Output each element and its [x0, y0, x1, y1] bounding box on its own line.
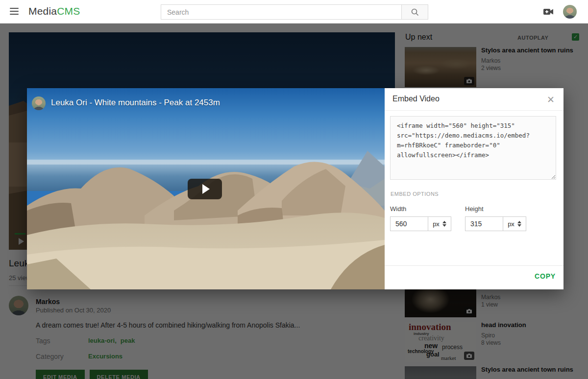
height-unit-select[interactable]: px — [503, 216, 526, 231]
spinner-arrows-icon — [517, 221, 521, 227]
preview-video-title: Leuka Ori - White mountains - Peak at 24… — [51, 98, 220, 108]
close-icon[interactable]: ✕ — [545, 93, 557, 106]
modal-footer: COPY — [385, 265, 564, 289]
mediacms-logo[interactable]: MediaCMS — [28, 5, 80, 17]
embed-video-preview[interactable]: Leuka Ori - White mountains - Peak at 24… — [27, 88, 385, 289]
width-field-group: Width px — [390, 205, 451, 231]
unit-label: px — [433, 220, 440, 228]
modal-title: Embed Video — [392, 95, 440, 103]
search-icon — [411, 8, 419, 17]
play-button[interactable] — [188, 179, 222, 199]
unit-label: px — [508, 220, 514, 228]
height-input[interactable] — [465, 216, 503, 231]
width-unit-select[interactable]: px — [428, 216, 451, 231]
uploader-avatar — [32, 96, 46, 110]
spinner-arrows-icon — [442, 221, 446, 227]
embed-options-label: EMBED OPTIONS — [391, 191, 439, 197]
upload-media-icon[interactable] — [543, 7, 554, 16]
search-input[interactable] — [161, 4, 402, 20]
play-icon — [202, 184, 210, 194]
divider — [385, 110, 564, 111]
logo-cms-text: CMS — [57, 5, 80, 17]
width-input[interactable] — [390, 216, 428, 231]
height-field-group: Height px — [465, 205, 526, 231]
search-button[interactable] — [402, 4, 428, 20]
embed-modal: Embed Video ✕ <iframe width="560" height… — [385, 88, 564, 289]
hamburger-menu-icon[interactable] — [10, 8, 19, 16]
logo-media-text: Media — [28, 5, 57, 17]
copy-button[interactable]: COPY — [535, 272, 556, 280]
user-avatar[interactable] — [563, 5, 577, 19]
height-label: Height — [465, 205, 526, 213]
embed-dialog: Leuka Ori - White mountains - Peak at 24… — [27, 88, 564, 289]
embed-code-textarea[interactable]: <iframe width="560" height="315" src="ht… — [390, 116, 556, 180]
search-bar — [161, 4, 428, 20]
top-header: MediaCMS — [0, 0, 588, 24]
width-label: Width — [390, 205, 451, 213]
